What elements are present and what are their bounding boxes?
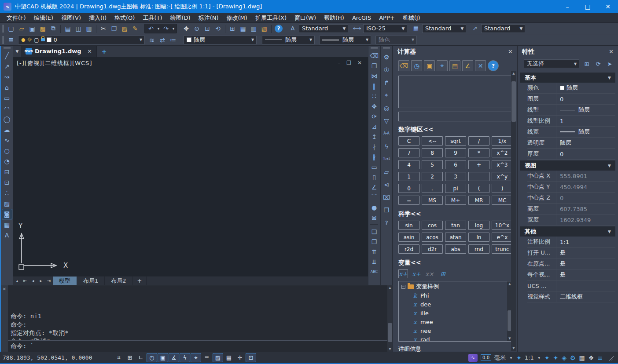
calc-button[interactable]: atan [445,233,466,242]
layout-tab[interactable]: 布局2 [105,277,132,285]
calc-button[interactable]: M+ [445,196,466,205]
cycle-select-toggle[interactable]: ⊡ [246,353,256,362]
fillet-icon[interactable]: ⌒ [369,192,379,202]
scroll-up-icon[interactable]: ▲ [511,71,516,76]
make-block-tool-icon[interactable]: ⊡ [2,177,12,188]
new-variable-icon[interactable]: x+ [398,269,408,278]
tree-root-row[interactable]: 变量样例 [401,282,507,291]
calculator-input[interactable] [398,112,513,121]
layout-last-icon[interactable]: ⇥ [45,277,53,285]
undo-dropdown-icon[interactable]: ▾ [156,26,161,31]
linetype-combo[interactable]: 随层 ▼ [262,36,315,44]
construction-line-tool-icon[interactable]: ↗ [2,61,12,72]
plot-preview-icon[interactable]: ◫ [73,24,84,33]
get-coordinates-icon[interactable]: ⌖ [437,60,448,71]
doc-close-icon[interactable]: ✕ [357,60,362,66]
calc-button[interactable]: 4 [398,160,419,169]
calc-button[interactable]: MR [468,196,489,205]
menu-item[interactable]: ArcGIS [348,13,375,22]
layer-previous-icon[interactable]: ⇄ [157,35,168,45]
copy-object-icon[interactable]: ❐ [369,61,379,71]
calc-button[interactable]: abs [445,244,466,254]
toolbar-grip[interactable] [2,25,4,33]
viewport-controls-label[interactable]: [-][俯视][二维线框][WCS] [17,59,92,67]
zoom-scale-1-icon[interactable]: ① [381,63,392,76]
chevron-down-icon[interactable]: ▾ [537,356,541,360]
point-tool-icon[interactable]: ∴ [2,188,12,198]
get-angle-icon[interactable]: ∠ [462,60,473,71]
calculator-scrollbar[interactable]: ▲ ▼ [511,71,516,351]
chevron-down-icon[interactable]: ▼ [341,25,348,33]
mtext-tool-icon[interactable]: A [2,230,12,240]
variable-item[interactable]: x nee [401,326,507,335]
menu-item[interactable]: 编辑(E) [30,13,57,22]
table-style-combo[interactable]: Standard ▼ [422,24,466,33]
ortho-toggle[interactable]: ∟ [136,353,146,362]
calc-button[interactable]: 8 [422,148,443,157]
menu-item[interactable]: 窗口(W) [291,13,320,22]
selection-combo[interactable]: 无选择 ▼ [524,59,579,68]
autosnap-toggle[interactable]: ϟ [180,353,190,362]
send-to-back-icon[interactable]: ❐ [369,237,379,247]
circle-tool-icon[interactable]: ◯ [2,114,12,124]
insert-block-tool-icon[interactable]: ⊟ [2,167,12,177]
toolbar-grip[interactable] [2,36,4,44]
variable-item[interactable]: x mee [401,317,507,326]
property-value[interactable]: 0 [556,195,615,201]
scroll-thumb[interactable] [388,323,392,342]
property-value[interactable]: 555.8901 [556,173,615,179]
explode-icon[interactable]: ⊠ [369,212,379,222]
menu-item[interactable]: 工具(T) [139,13,166,22]
property-value[interactable]: 0 [556,151,615,157]
annotation-scale-value[interactable]: 1:1 [525,354,534,361]
markup-manager-icon[interactable]: ▧ [259,24,269,33]
chevron-down-icon[interactable]: ▼ [307,36,314,44]
gradient-tool-icon[interactable]: ◙ [2,209,12,219]
polyline-tool-icon[interactable]: ↝ [2,72,12,82]
layout-tab[interactable]: 模型 [53,277,77,285]
calc-button[interactable]: sqrt [445,136,466,146]
chevron-down-icon[interactable]: ▼ [572,60,579,68]
calc-button[interactable]: 2 [422,172,443,181]
calculator-close-icon[interactable]: ✕ [508,48,513,55]
document-tab[interactable]: DWG Drawing1.dwg ✕ [21,46,97,57]
region-icon[interactable]: ● [369,202,379,212]
menu-item[interactable]: 扩展工具(X) [251,13,291,22]
calc-button[interactable]: ( [468,184,489,193]
redo-dropdown-icon[interactable]: ▾ [171,26,176,31]
drawing-canvas[interactable]: [-][俯视][二维线框][WCS] – ❐ ✕ [13,57,368,276]
hatch-tool-icon[interactable]: ▨ [2,198,12,209]
send-under-icon[interactable]: ⇊ [369,257,379,267]
calc-button[interactable]: log [468,221,489,230]
property-value[interactable]: 1 [556,118,615,124]
toolbar-grip[interactable] [383,47,390,49]
block-library-icon[interactable]: ▱ [381,165,392,178]
polygon-tool-icon[interactable]: ⌂ [2,82,12,93]
menu-item[interactable]: 视图(V) [57,13,85,22]
resize-grip[interactable] [607,355,614,361]
menu-item[interactable]: APP+ [375,13,398,22]
calc-button[interactable]: 10^x [492,221,513,230]
lineweight-toggle[interactable]: ≡ [202,353,212,362]
calc-button[interactable]: pi [445,184,466,193]
stretch-icon[interactable]: ↥ [369,131,379,142]
designcenter-icon[interactable]: ▦ [238,24,248,33]
calc-button[interactable]: 1/x [492,136,513,146]
array-icon[interactable]: ∷ [369,91,379,101]
variables-section-label[interactable]: 变量<< [398,259,513,267]
break-at-point-icon[interactable]: ∤ [369,142,379,152]
color-combo[interactable]: 随层 ▼ [184,36,257,44]
section-header-basic[interactable]: 基本 ▼ [520,73,615,83]
calc-button[interactable]: 3 [445,172,466,181]
arc-tool-icon[interactable]: ◠ [2,103,12,114]
chevron-down-icon[interactable]: ▼ [249,36,256,44]
grid-toggle[interactable]: ⊞ [125,353,135,362]
chevron-down-icon[interactable]: ▼ [400,25,407,33]
numpad-section-label[interactable]: 数字键区<< [398,126,513,134]
calc-button[interactable]: 0 [398,184,419,193]
transparency-toggle[interactable]: ▨ [213,353,223,362]
property-value[interactable]: 随层 [556,84,615,92]
move-icon[interactable]: ✥ [369,101,379,111]
line-tool-icon[interactable]: ╱ [2,51,12,61]
otrack-toggle[interactable]: ∡ [169,353,179,362]
